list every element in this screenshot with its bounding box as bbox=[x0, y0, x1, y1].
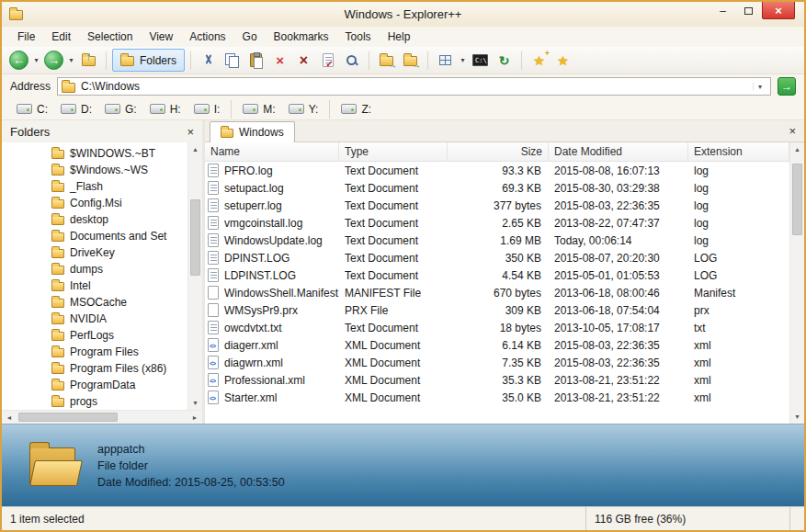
tree-item[interactable]: Config.Msi bbox=[2, 195, 187, 211]
drive-button-y[interactable]: Y: bbox=[282, 101, 325, 118]
column-header-size[interactable]: Size bbox=[448, 142, 549, 161]
views-dropdown[interactable]: ▾ bbox=[458, 56, 468, 64]
menu-edit[interactable]: Edit bbox=[43, 28, 79, 46]
file-row[interactable]: Starter.xmlXML Document35.0 KB2013-08-21… bbox=[205, 389, 789, 406]
tree-item[interactable]: desktop bbox=[2, 211, 187, 228]
forward-history-dropdown[interactable]: ▾ bbox=[66, 56, 76, 64]
tab-bar-close-button[interactable]: × bbox=[789, 125, 796, 137]
address-input[interactable]: C:\Windows ▾ bbox=[57, 77, 771, 96]
back-button[interactable]: ← bbox=[7, 49, 30, 72]
move-to-folder-button[interactable]: → bbox=[399, 49, 422, 72]
scrollbar-thumb[interactable] bbox=[18, 413, 118, 422]
column-header-type[interactable]: Type bbox=[339, 142, 448, 161]
file-row[interactable]: Professional.xmlXML Document35.3 KB2013-… bbox=[205, 371, 789, 389]
scrollbar-track[interactable] bbox=[188, 156, 202, 396]
menu-tools[interactable]: Tools bbox=[337, 28, 380, 46]
up-button[interactable]: ↑ bbox=[77, 49, 100, 72]
toolbar-separator bbox=[427, 51, 428, 70]
views-button[interactable] bbox=[434, 49, 457, 72]
menu-selection[interactable]: Selection bbox=[79, 28, 141, 46]
scroll-left-button[interactable]: ◄ bbox=[2, 411, 17, 424]
file-row[interactable]: setuperr.logText Document377 bytes2015-0… bbox=[205, 197, 789, 214]
drive-button-m[interactable]: M: bbox=[236, 101, 281, 118]
file-row[interactable]: LDPINST.LOGText Document4.54 KB2015-05-0… bbox=[205, 266, 789, 284]
folders-toggle-button[interactable]: Folders bbox=[112, 49, 185, 72]
scroll-down-button[interactable]: ▼ bbox=[188, 396, 202, 410]
drive-button-i[interactable]: I: bbox=[187, 101, 227, 118]
menu-bookmarks[interactable]: Bookmarks bbox=[266, 28, 337, 46]
tree-item[interactable]: progs bbox=[2, 393, 187, 410]
address-dropdown-button[interactable]: ▾ bbox=[753, 83, 766, 91]
add-bookmark-button[interactable]: ★ + bbox=[528, 49, 551, 72]
properties-button[interactable]: ✓ bbox=[316, 49, 339, 72]
file-row[interactable]: vmgcoinstall.logText Document2.65 KB2013… bbox=[205, 214, 789, 232]
tree-item[interactable]: dumps bbox=[2, 261, 187, 277]
scrollbar-thumb[interactable] bbox=[190, 199, 200, 277]
scroll-up-button[interactable]: ▲ bbox=[790, 142, 804, 156]
tree-item[interactable]: $Windows.~WS bbox=[2, 162, 187, 178]
column-header-date[interactable]: Date Modified bbox=[549, 142, 688, 161]
back-history-dropdown[interactable]: ▾ bbox=[31, 56, 41, 64]
command-prompt-button[interactable]: C:\ bbox=[469, 49, 492, 72]
delete-button[interactable]: × bbox=[268, 49, 291, 72]
copy-button[interactable] bbox=[221, 49, 244, 72]
tree-item[interactable]: Program Files (x86) bbox=[2, 360, 187, 377]
file-row[interactable]: owcdvtxt.txtText Document18 bytes2013-10… bbox=[205, 319, 789, 336]
scrollbar-track[interactable] bbox=[790, 156, 804, 410]
scroll-down-button[interactable]: ▼ bbox=[790, 410, 804, 424]
drive-button-c[interactable]: C: bbox=[10, 101, 54, 118]
go-button[interactable]: → bbox=[778, 77, 796, 96]
file-row[interactable]: setupact.logText Document69.3 KB2015-08-… bbox=[205, 179, 789, 197]
file-row[interactable]: WindowsShell.ManifestMANIFEST File670 by… bbox=[205, 284, 789, 301]
refresh-button[interactable]: ↻ bbox=[493, 49, 516, 72]
scrollbar-thumb[interactable] bbox=[792, 164, 802, 234]
list-vertical-scrollbar[interactable]: ▲ ▼ bbox=[789, 142, 804, 424]
menu-help[interactable]: Help bbox=[380, 28, 419, 46]
organize-bookmarks-button[interactable]: ★ bbox=[551, 49, 574, 72]
menu-file[interactable]: File bbox=[9, 28, 43, 46]
column-header-ext[interactable]: Extension bbox=[688, 142, 789, 161]
menu-actions[interactable]: Actions bbox=[181, 28, 233, 46]
maximize-button[interactable] bbox=[736, 2, 761, 19]
tree-item[interactable]: Intel bbox=[2, 277, 187, 294]
drive-button-g[interactable]: G: bbox=[98, 101, 143, 118]
paste-button[interactable] bbox=[244, 49, 267, 72]
scroll-up-button[interactable]: ▲ bbox=[188, 142, 202, 156]
tree-item[interactable]: NVIDIA bbox=[2, 311, 187, 327]
scroll-right-button[interactable]: ► bbox=[187, 411, 202, 424]
resize-grip[interactable] bbox=[789, 507, 804, 530]
file-row[interactable]: diagerr.xmlXML Document6.14 KB2015-08-03… bbox=[205, 336, 789, 354]
tree-item[interactable]: ProgramData bbox=[2, 377, 187, 393]
tree-horizontal-scrollbar[interactable]: ◄ ► bbox=[2, 410, 202, 424]
tree-item[interactable]: MSOCache bbox=[2, 294, 187, 311]
file-row[interactable]: diagwrn.xmlXML Document7.35 KB2015-08-03… bbox=[205, 354, 789, 371]
drive-button-d[interactable]: D: bbox=[54, 101, 98, 118]
close-button[interactable]: × bbox=[762, 2, 795, 19]
tree-item[interactable]: PerfLogs bbox=[2, 327, 187, 344]
copy-to-folder-button[interactable]: → bbox=[375, 49, 398, 72]
file-row[interactable]: WindowsUpdate.logText Document1.69 MBTod… bbox=[205, 232, 789, 249]
tab-windows[interactable]: Windows bbox=[210, 121, 295, 142]
file-row[interactable]: DPINST.LOGText Document350 KB2015-08-07,… bbox=[205, 249, 789, 266]
scrollbar-track[interactable] bbox=[17, 411, 187, 424]
file-row[interactable]: PFRO.logText Document93.3 KB2015-08-08, … bbox=[205, 162, 789, 179]
file-row[interactable]: WMSysPr9.prxPRX File309 KB2013-06-18, 07… bbox=[205, 301, 789, 319]
file-date-cell: 2015-08-07, 20:20:30 bbox=[549, 252, 688, 265]
menu-go[interactable]: Go bbox=[234, 28, 266, 46]
tree-item[interactable]: DriveKey bbox=[2, 244, 187, 261]
tree-item[interactable]: _Flash bbox=[2, 178, 187, 195]
search-button[interactable] bbox=[340, 49, 363, 72]
minimize-button[interactable]: – bbox=[710, 2, 735, 19]
delete-permanently-button[interactable]: × bbox=[292, 49, 315, 72]
tree-item[interactable]: Program Files bbox=[2, 344, 187, 360]
tree-vertical-scrollbar[interactable]: ▲ ▼ bbox=[187, 142, 202, 410]
cut-button[interactable] bbox=[197, 49, 220, 72]
folders-panel-close-button[interactable]: × bbox=[187, 126, 194, 138]
forward-button[interactable]: → bbox=[42, 49, 65, 72]
drive-button-h[interactable]: H: bbox=[143, 101, 187, 118]
column-header-name[interactable]: Name bbox=[205, 142, 339, 161]
tree-item[interactable]: Documents and Set bbox=[2, 228, 187, 244]
drive-button-z[interactable]: Z: bbox=[335, 101, 378, 118]
menu-view[interactable]: View bbox=[141, 28, 181, 46]
tree-item[interactable]: $WINDOWS.~BT bbox=[2, 145, 187, 162]
